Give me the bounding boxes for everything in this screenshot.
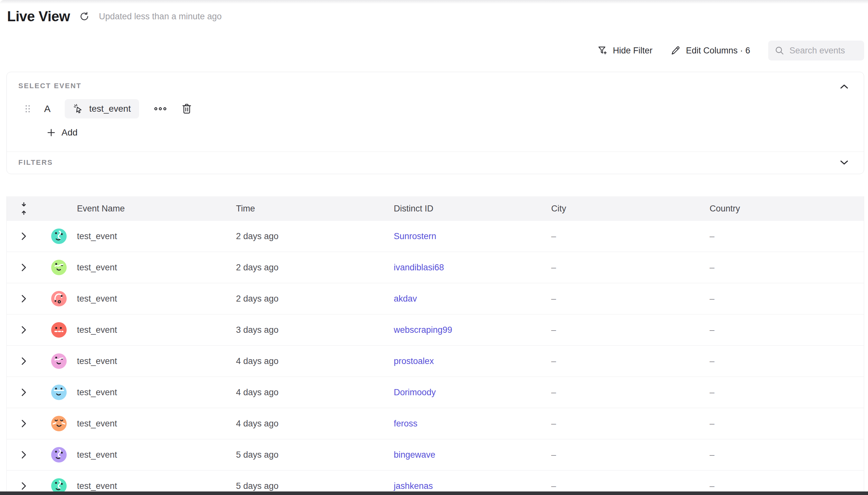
country-cell: – bbox=[710, 262, 864, 273]
distinct-id-link[interactable]: feross bbox=[394, 419, 418, 428]
column-header-country[interactable]: Country bbox=[710, 204, 864, 214]
select-event-label: SELECT EVENT bbox=[18, 82, 82, 90]
country-cell: – bbox=[710, 356, 864, 366]
edit-columns-button[interactable]: Edit Columns · 6 bbox=[670, 45, 750, 56]
search-box[interactable] bbox=[768, 40, 864, 61]
row-expander-button[interactable] bbox=[17, 355, 30, 368]
drag-handle-icon[interactable] bbox=[25, 104, 31, 114]
filter-plus-icon bbox=[597, 45, 608, 56]
cursor-click-icon bbox=[73, 103, 84, 114]
time-cell: 3 days ago bbox=[236, 325, 394, 335]
row-expander-button[interactable] bbox=[17, 323, 30, 336]
column-header-city[interactable]: City bbox=[551, 204, 710, 214]
events-table: Event Name Time Distinct ID City Country… bbox=[6, 196, 864, 492]
city-cell: – bbox=[551, 388, 710, 397]
table-body: test_event 2 days ago Sunrostern – – tes… bbox=[7, 221, 864, 492]
distinct-id-link[interactable]: jashkenas bbox=[394, 481, 433, 491]
distinct-id-link[interactable]: Dorimoody bbox=[394, 388, 436, 397]
distinct-id-link[interactable]: bingewave bbox=[394, 450, 435, 460]
country-cell: – bbox=[710, 419, 864, 429]
filters-section[interactable]: FILTERS bbox=[7, 152, 864, 174]
distinct-id-link[interactable]: Sunrostern bbox=[394, 232, 436, 241]
distinct-id-link[interactable]: ivandiblasi68 bbox=[394, 262, 444, 272]
row-expander-button[interactable] bbox=[17, 480, 30, 492]
page-header: Live View Updated less than a minute ago bbox=[7, 8, 222, 24]
table-row: test_event 4 days ago prostoalex – – bbox=[7, 346, 864, 377]
event-name-cell: test_event bbox=[77, 262, 236, 273]
chevron-down-icon bbox=[840, 160, 848, 165]
search-input[interactable] bbox=[789, 46, 854, 56]
user-avatar bbox=[51, 322, 67, 338]
search-icon bbox=[775, 46, 784, 55]
table-row: test_event 3 days ago webscraping99 – – bbox=[7, 314, 864, 346]
row-expander-button[interactable] bbox=[17, 230, 30, 243]
country-cell: – bbox=[710, 325, 864, 335]
time-cell: 4 days ago bbox=[236, 419, 394, 429]
event-name-cell: test_event bbox=[77, 481, 236, 491]
city-cell: – bbox=[551, 450, 710, 460]
time-cell: 2 days ago bbox=[236, 232, 394, 241]
time-cell: 2 days ago bbox=[236, 262, 394, 273]
expand-filters-button[interactable] bbox=[839, 157, 850, 168]
event-selector-chip[interactable]: test_event bbox=[65, 99, 139, 118]
distinct-id-link[interactable]: akdav bbox=[394, 294, 417, 304]
collapse-vertical-icon bbox=[20, 202, 27, 215]
chevron-right-icon bbox=[21, 263, 27, 272]
refresh-icon bbox=[79, 11, 90, 22]
country-cell: – bbox=[710, 388, 864, 397]
table-row: test_event 4 days ago Dorimoody – – bbox=[7, 377, 864, 408]
column-header-event-name[interactable]: Event Name bbox=[77, 204, 236, 214]
refresh-button[interactable] bbox=[78, 10, 90, 22]
user-avatar bbox=[51, 478, 67, 492]
user-avatar bbox=[51, 260, 67, 275]
city-cell: – bbox=[551, 356, 710, 366]
pencil-icon bbox=[670, 45, 681, 56]
distinct-id-link[interactable]: webscraping99 bbox=[394, 325, 452, 335]
user-avatar bbox=[51, 447, 67, 462]
row-expander-button[interactable] bbox=[17, 448, 30, 461]
user-avatar bbox=[51, 353, 67, 369]
toolbar: Hide Filter Edit Columns · 6 bbox=[597, 40, 864, 61]
distinct-id-link[interactable]: prostoalex bbox=[394, 356, 434, 366]
hide-filter-label: Hide Filter bbox=[613, 46, 652, 56]
time-cell: 2 days ago bbox=[236, 294, 394, 304]
user-avatar bbox=[51, 416, 67, 431]
event-name-cell: test_event bbox=[77, 325, 236, 335]
horizontal-scrollbar[interactable] bbox=[0, 492, 868, 495]
column-header-time[interactable]: Time bbox=[236, 204, 394, 214]
table-row: test_event 2 days ago Sunrostern – – bbox=[7, 221, 864, 252]
user-avatar bbox=[51, 228, 67, 244]
row-expander-button[interactable] bbox=[17, 292, 30, 305]
hide-filter-button[interactable]: Hide Filter bbox=[597, 45, 652, 56]
add-event-button[interactable]: Add bbox=[47, 127, 78, 138]
row-expander-button[interactable] bbox=[17, 261, 30, 274]
city-cell: – bbox=[551, 294, 710, 304]
event-name-cell: test_event bbox=[77, 419, 236, 429]
plus-icon bbox=[47, 128, 56, 137]
column-header-distinct-id[interactable]: Distinct ID bbox=[394, 204, 551, 214]
collapse-rows-button[interactable] bbox=[17, 202, 31, 216]
page-title: Live View bbox=[7, 8, 70, 24]
collapse-section-button[interactable] bbox=[839, 81, 850, 92]
more-options-button[interactable] bbox=[154, 106, 167, 111]
city-cell: – bbox=[551, 419, 710, 429]
row-expander-button[interactable] bbox=[17, 386, 30, 399]
row-expander-button[interactable] bbox=[17, 417, 30, 430]
table-header: Event Name Time Distinct ID City Country bbox=[7, 196, 864, 221]
city-cell: – bbox=[551, 325, 710, 335]
country-cell: – bbox=[710, 294, 864, 304]
time-cell: 5 days ago bbox=[236, 450, 394, 460]
event-name-cell: test_event bbox=[77, 450, 236, 460]
table-row: test_event 5 days ago bingewave – – bbox=[7, 439, 864, 471]
top-edge-fade bbox=[0, 0, 868, 4]
event-chip-label: test_event bbox=[89, 104, 131, 114]
chevron-right-icon bbox=[21, 294, 27, 303]
chevron-right-icon bbox=[21, 482, 27, 490]
delete-event-button[interactable] bbox=[182, 103, 192, 115]
table-row: test_event 2 days ago akdav – – bbox=[7, 283, 864, 314]
city-cell: – bbox=[551, 481, 710, 491]
country-cell: – bbox=[710, 232, 864, 241]
table-row: test_event 4 days ago feross – – bbox=[7, 408, 864, 439]
step-letter: A bbox=[44, 103, 51, 114]
filters-label: FILTERS bbox=[18, 158, 53, 167]
